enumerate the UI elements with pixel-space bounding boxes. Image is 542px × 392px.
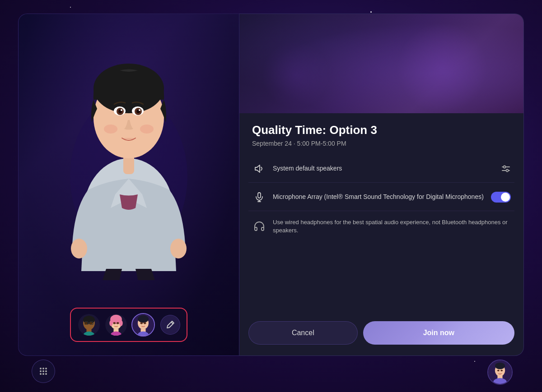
edit-icon [166, 320, 175, 329]
avatar-selector [70, 308, 187, 342]
event-title: Quality Time: Option 3 [252, 123, 511, 137]
speaker-settings[interactable] [501, 164, 511, 174]
svg-point-2 [71, 239, 87, 258]
svg-rect-51 [255, 227, 257, 231]
svg-point-59 [40, 373, 42, 375]
microphone-row: Microphone Array (Intel® Smart Sound Tec… [248, 184, 514, 211]
settings-icon [501, 164, 511, 174]
svg-point-3 [170, 239, 187, 258]
svg-point-14 [139, 109, 140, 111]
svg-point-25 [85, 322, 88, 324]
svg-point-34 [113, 322, 116, 324]
svg-point-35 [117, 322, 119, 324]
deco-blob [397, 23, 487, 113]
star [370, 11, 372, 13]
svg-point-13 [121, 109, 122, 111]
svg-point-26 [90, 322, 93, 324]
user-avatar [488, 360, 512, 384]
cancel-button[interactable]: Cancel [248, 321, 358, 345]
svg-point-56 [40, 370, 42, 372]
user-avatar-button[interactable] [487, 360, 513, 385]
svg-point-55 [45, 368, 47, 369]
svg-point-54 [42, 368, 44, 369]
svg-point-47 [506, 170, 509, 172]
avatar-thumb-1[interactable] [77, 313, 101, 337]
svg-point-42 [144, 322, 146, 324]
svg-point-57 [42, 370, 44, 372]
avatar-panel [18, 14, 239, 356]
event-info: Quality Time: Option 3 September 24 · 5:… [239, 113, 523, 155]
svg-rect-48 [258, 193, 261, 198]
avatar-thumb-3[interactable] [131, 313, 155, 337]
toggle-switch[interactable] [491, 192, 511, 203]
svg-point-58 [45, 370, 47, 372]
edit-avatar-button[interactable] [160, 315, 180, 335]
svg-point-53 [40, 368, 42, 369]
svg-point-64 [495, 363, 505, 369]
audio-settings: System default speakers [239, 155, 523, 312]
event-date: September 24 · 5:00 PM-5:00 PM [252, 140, 511, 147]
avatar-thumb-2[interactable] [104, 313, 128, 337]
right-panel: Quality Time: Option 3 September 24 · 5:… [239, 14, 524, 356]
headphone-row: Use wired headphones for the best spatia… [248, 212, 514, 241]
svg-point-31 [119, 320, 122, 326]
event-preview [239, 14, 523, 113]
grid-menu-button[interactable] [32, 360, 55, 383]
avatar-figure [56, 18, 201, 280]
svg-point-46 [504, 166, 506, 168]
svg-point-67 [497, 369, 500, 371]
svg-point-15 [104, 125, 117, 134]
join-now-button[interactable]: Join now [363, 321, 514, 345]
svg-point-38 [138, 315, 149, 323]
svg-rect-52 [262, 227, 264, 231]
main-container: Quality Time: Option 3 September 24 · 5:… [18, 14, 524, 356]
speaker-icon [252, 161, 266, 176]
avatar-display [47, 14, 210, 285]
microphone-toggle[interactable] [491, 192, 511, 203]
svg-point-68 [500, 369, 503, 371]
speaker-label: System default speakers [273, 164, 495, 173]
star [70, 7, 71, 8]
svg-point-30 [109, 320, 112, 326]
star [474, 361, 475, 362]
deco-blob-2 [262, 41, 330, 109]
svg-point-61 [45, 373, 47, 375]
headphone-hint: Use wired headphones for the best spatia… [273, 218, 511, 235]
svg-point-60 [42, 373, 44, 375]
svg-point-16 [140, 125, 154, 134]
headphone-icon [252, 219, 266, 234]
svg-point-41 [140, 322, 143, 324]
microphone-icon [252, 190, 266, 204]
grid-icon [38, 366, 48, 376]
speaker-row: System default speakers [248, 155, 514, 183]
action-buttons: Cancel Join now [239, 312, 523, 355]
microphone-label: Microphone Array (Intel® Smart Sound Tec… [273, 193, 485, 202]
